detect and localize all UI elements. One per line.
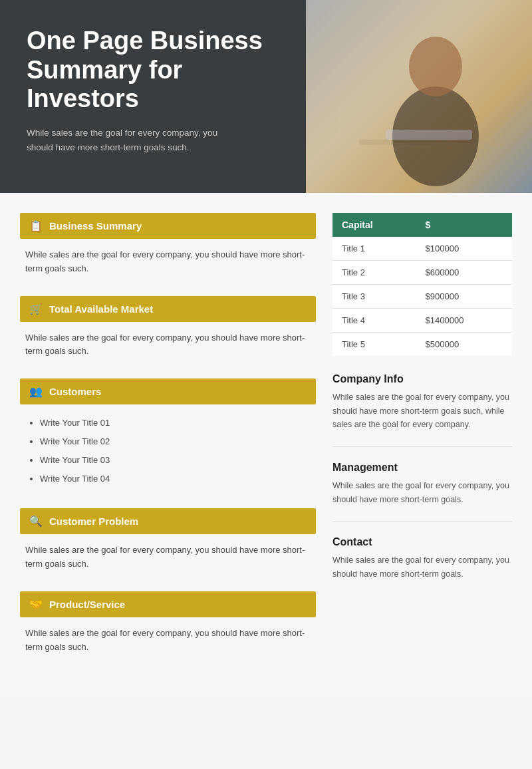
business-summary-header: 📋 Business Summary — [20, 213, 316, 239]
company-info-block: Company Info While sales are the goal fo… — [332, 373, 512, 432]
customers-header: 👥 Customers — [20, 379, 316, 404]
page-header: One Page Business Summary for Investors … — [0, 0, 532, 193]
capital-table: Capital $ Title 1$100000Title 2$600000Ti… — [332, 213, 512, 356]
table-cell-value: $1400000 — [416, 309, 512, 333]
customers-section: 👥 Customers Write Your Title 01 Write Yo… — [20, 379, 316, 494]
table-cell-title: Title 2 — [332, 261, 416, 285]
total-market-header: 🛒 Total Available Market — [20, 296, 316, 322]
person-svg — [332, 7, 519, 193]
product-service-label: Product/Service — [49, 599, 125, 610]
page-title: One Page Business Summary for Investors — [27, 27, 286, 114]
total-market-label: Total Available Market — [49, 303, 153, 315]
customer-problem-header: 🔍 Customer Problem — [20, 508, 316, 534]
table-header-row: Capital $ — [332, 213, 512, 237]
table-cell-title: Title 3 — [332, 285, 416, 309]
header-text-area: One Page Business Summary for Investors … — [0, 0, 306, 193]
svg-rect-3 — [386, 130, 472, 140]
right-column: Capital $ Title 1$100000Title 2$600000Ti… — [332, 213, 512, 674]
table-cell-title: Title 5 — [332, 333, 416, 357]
col-capital-header: Capital — [332, 213, 416, 237]
main-content: 📋 Business Summary While sales are the g… — [0, 193, 532, 694]
contact-body: While sales are the goal for every compa… — [332, 553, 512, 581]
management-title: Management — [332, 462, 512, 474]
svg-point-2 — [409, 37, 462, 96]
management-body: While sales are the goal for every compa… — [332, 479, 512, 506]
table-cell-value: $100000 — [416, 237, 512, 261]
customer-problem-section: 🔍 Customer Problem While sales are the g… — [20, 508, 316, 577]
product-service-section: 🤝 Product/Service While sales are the go… — [20, 591, 316, 660]
document-icon: 📋 — [29, 220, 43, 232]
table-row: Title 2$600000 — [332, 261, 512, 285]
customers-list: Write Your Title 01 Write Your Title 02 … — [25, 414, 311, 488]
customers-body: Write Your Title 01 Write Your Title 02 … — [20, 404, 316, 494]
table-row: Title 4$1400000 — [332, 309, 512, 333]
table-row: Title 1$100000 — [332, 237, 512, 261]
table-row: Title 3$900000 — [332, 285, 512, 309]
company-info-title: Company Info — [332, 373, 512, 385]
table-cell-value: $900000 — [416, 285, 512, 309]
col-value-header: $ — [416, 213, 512, 237]
table-cell-value: $500000 — [416, 333, 512, 357]
business-summary-section: 📋 Business Summary While sales are the g… — [20, 213, 316, 281]
business-summary-label: Business Summary — [49, 220, 142, 231]
header-subtitle: While sales are the goal for every compa… — [27, 126, 246, 154]
customer-problem-body: While sales are the goal for every compa… — [20, 534, 316, 577]
contact-block: Contact While sales are the goal for eve… — [332, 536, 512, 581]
header-image — [306, 0, 532, 193]
product-icon: 🤝 — [29, 598, 43, 611]
table-cell-title: Title 4 — [332, 309, 416, 333]
customers-icon: 👥 — [29, 385, 43, 398]
management-block: Management While sales are the goal for … — [332, 462, 512, 506]
table-cell-value: $600000 — [416, 261, 512, 285]
total-market-section: 🛒 Total Available Market While sales are… — [20, 296, 316, 365]
list-item: Write Your Title 03 — [40, 451, 311, 470]
customers-label: Customers — [49, 386, 101, 397]
divider-1 — [332, 446, 512, 447]
contact-title: Contact — [332, 536, 512, 548]
list-item: Write Your Title 04 — [40, 470, 311, 488]
table-cell-title: Title 1 — [332, 237, 416, 261]
company-info-body: While sales are the goal for every compa… — [332, 390, 512, 432]
left-column: 📋 Business Summary While sales are the g… — [20, 213, 332, 674]
cart-icon: 🛒 — [29, 303, 43, 315]
business-summary-body: While sales are the goal for every compa… — [20, 239, 316, 281]
product-service-body: While sales are the goal for every compa… — [20, 617, 316, 660]
list-item: Write Your Title 02 — [40, 432, 311, 451]
problem-icon: 🔍 — [29, 515, 43, 528]
table-body: Title 1$100000Title 2$600000Title 3$9000… — [332, 237, 512, 356]
divider-2 — [332, 521, 512, 522]
product-service-header: 🤝 Product/Service — [20, 591, 316, 617]
list-item: Write Your Title 01 — [40, 414, 311, 432]
total-market-body: While sales are the goal for every compa… — [20, 322, 316, 365]
table-row: Title 5$500000 — [332, 333, 512, 357]
customer-problem-label: Customer Problem — [49, 516, 138, 527]
